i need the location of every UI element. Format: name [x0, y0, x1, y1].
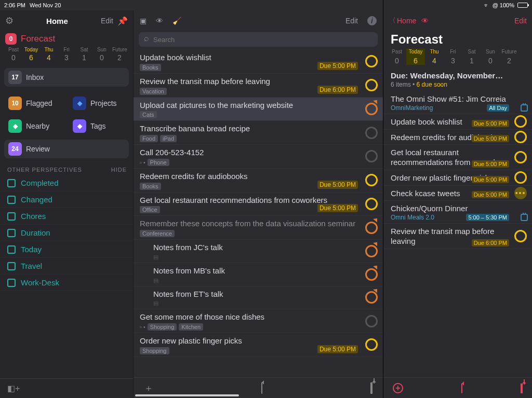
outline-edit-button[interactable]: Edit — [345, 17, 358, 25]
add-perspective-icon[interactable]: ◧+ — [7, 383, 20, 393]
view-eye-icon[interactable]: 👁 — [156, 17, 163, 25]
task-tag[interactable]: Books — [140, 64, 161, 71]
perspective-row[interactable]: Completed — [0, 175, 133, 191]
status-circle[interactable] — [514, 230, 527, 242]
day-column[interactable]: Sun0 — [95, 47, 109, 62]
view-options-eye-icon[interactable]: 👁 — [421, 17, 429, 25]
task-row[interactable]: Get some more of those nice dishes▫ • Sh… — [134, 309, 383, 333]
more-dots-icon[interactable]: ••• — [514, 187, 527, 199]
day-column[interactable]: Thu4 — [425, 49, 444, 65]
share-icon[interactable] — [370, 382, 373, 393]
day-column[interactable]: Today6 — [406, 49, 425, 65]
status-circle[interactable] — [365, 338, 378, 351]
forecast-item[interactable]: Get local restaurant recommendations fro… — [383, 145, 532, 170]
perspective-row[interactable]: Today — [0, 241, 133, 258]
forecast-item[interactable]: Order new plastic finger picksDue 5:00 P… — [383, 170, 532, 186]
task-row[interactable]: Transcribe banana bread recipeFoodiPad — [134, 121, 383, 145]
task-tag[interactable]: Conference — [140, 230, 175, 237]
settings-gear-icon[interactable]: ⚙ — [5, 15, 14, 26]
forecast-week-strip[interactable]: Past0Today6Thu4Fri3Sat1Sun0Future2 — [0, 46, 133, 64]
task-row[interactable]: Notes from ET's talk▤ — [134, 286, 383, 310]
day-column[interactable]: Past0 — [6, 47, 21, 62]
share-button[interactable] — [521, 383, 523, 393]
day-column[interactable]: Past0 — [388, 49, 406, 65]
status-circle[interactable] — [365, 79, 378, 91]
task-tag[interactable]: Vacation — [140, 88, 167, 95]
perspective-row[interactable]: Changed — [0, 191, 133, 208]
task-row[interactable]: Notes from JC's talk▤ — [134, 240, 383, 263]
perspective-row[interactable]: Travel — [0, 258, 133, 275]
forecast-item[interactable]: Chicken/Quorn DinnerOmni Meals 2.05:00 –… — [383, 201, 532, 224]
cleanup-icon[interactable]: 🧹 — [172, 17, 181, 25]
task-tag[interactable]: Shopping — [140, 347, 169, 354]
status-circle[interactable] — [514, 171, 527, 184]
task-row[interactable]: Redeem credits for audiobooksBooksDue 5:… — [134, 169, 383, 193]
forecast-item[interactable]: Check kcase tweetsDue 5:00 PM••• — [383, 186, 532, 201]
search-input[interactable] — [139, 32, 378, 47]
pin-icon[interactable]: 📌 — [117, 16, 128, 26]
status-circle[interactable] — [365, 127, 378, 139]
status-circle[interactable] — [365, 103, 378, 115]
status-circle[interactable] — [514, 115, 527, 128]
task-row[interactable]: Remember these concepts from the data vi… — [134, 216, 383, 240]
task-tag[interactable]: iPad — [160, 135, 177, 142]
task-row[interactable]: Upload cat pictures to the marketing web… — [134, 98, 383, 121]
day-column[interactable]: Sat1 — [77, 47, 91, 62]
perspective-row[interactable]: Duration — [0, 225, 133, 241]
day-column[interactable]: Fri3 — [59, 47, 74, 62]
info-icon[interactable]: i — [367, 16, 377, 25]
day-column[interactable]: Today6 — [24, 47, 38, 62]
status-circle[interactable] — [365, 315, 378, 327]
perspective-tile[interactable]: ◆Tags — [69, 117, 129, 135]
home-indicator[interactable] — [135, 394, 239, 396]
forecast-item[interactable]: Redeem credits for audiobooksDue 5:00 PM — [383, 130, 532, 145]
perspective-row[interactable]: Work-Desk — [0, 275, 133, 291]
hide-button[interactable]: HIDE — [111, 167, 127, 173]
task-row[interactable]: Notes from MB's talk▤ — [134, 263, 383, 286]
status-circle[interactable] — [365, 291, 378, 304]
task-list[interactable]: Update book wishlistBooksDue 5:00 PMRevi… — [134, 50, 383, 377]
forecast-item[interactable]: Review the transit map before leavingDue… — [383, 224, 532, 249]
status-circle[interactable] — [514, 131, 527, 143]
perspective-row[interactable]: Chores — [0, 208, 133, 225]
right-week-strip[interactable]: Past0Today6Thu4Fri3Sat1Sun0Future2 — [383, 49, 532, 68]
new-inbox-icon[interactable]: ＋ — [144, 382, 153, 394]
status-circle[interactable] — [514, 151, 527, 163]
undo-button[interactable] — [461, 383, 462, 393]
day-column[interactable]: Sat1 — [462, 49, 481, 65]
task-tag[interactable]: Kitchen — [179, 323, 203, 331]
perspective-tile[interactable]: 24Review — [4, 140, 129, 158]
undo-icon[interactable] — [261, 382, 262, 393]
focus-icon[interactable]: ▣ — [140, 17, 147, 25]
status-circle[interactable] — [365, 245, 378, 257]
add-item-button[interactable]: + — [393, 383, 403, 393]
day-column[interactable]: Future2 — [500, 49, 518, 65]
back-button[interactable]: 〈Home — [389, 16, 416, 25]
task-tag[interactable]: Cats — [140, 111, 157, 118]
task-row[interactable]: Get local restaurant recommendations fro… — [134, 193, 383, 216]
day-column[interactable]: Future2 — [112, 47, 127, 62]
task-tag[interactable]: Books — [140, 183, 161, 190]
day-column[interactable]: Sun0 — [481, 49, 500, 65]
sidebar-edit-button[interactable]: Edit — [101, 17, 113, 25]
forecast-item-list[interactable]: The Omni Show #51: Jim CorreiaOmniMarket… — [383, 91, 532, 377]
forecast-item[interactable]: Update book wishlistDue 5:00 PM — [383, 114, 532, 130]
task-row[interactable]: Update book wishlistBooksDue 5:00 PM — [134, 50, 383, 74]
inbox-perspective[interactable]: 17 Inbox — [4, 68, 129, 87]
status-circle[interactable] — [365, 150, 378, 162]
status-circle[interactable] — [365, 198, 378, 210]
task-row[interactable]: Review the transit map before leavingVac… — [134, 74, 383, 98]
forecast-perspective[interactable]: 0 Forecast — [0, 31, 133, 46]
task-row[interactable]: Order new plastic finger picksShoppingDu… — [134, 333, 383, 357]
day-column[interactable]: Thu4 — [42, 47, 56, 62]
status-circle[interactable] — [365, 268, 378, 281]
perspective-tile[interactable]: ◆Nearby — [4, 117, 64, 135]
perspective-tile[interactable]: ◆Projects — [69, 94, 129, 113]
task-tag[interactable]: Food — [140, 135, 158, 142]
right-edit-button[interactable]: Edit — [514, 17, 527, 25]
status-circle[interactable] — [365, 55, 378, 67]
forecast-item[interactable]: The Omni Show #51: Jim CorreiaOmniMarket… — [383, 91, 532, 114]
task-row[interactable]: Call 206-523-4152▫ • Phone — [134, 145, 383, 169]
status-circle[interactable] — [365, 222, 378, 234]
task-tag[interactable]: Office — [140, 206, 160, 213]
